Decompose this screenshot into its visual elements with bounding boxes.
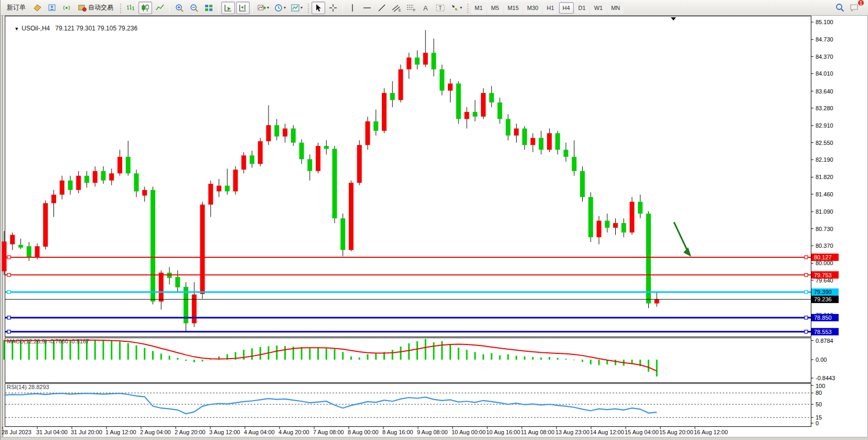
toolbar-grip[interactable]: [119, 3, 122, 13]
candle-bear: [18, 245, 23, 247]
channel-button[interactable]: E: [390, 2, 403, 14]
timeframe-h1-button[interactable]: H1: [543, 2, 558, 14]
time-tick-label: 15 Aug 04:00: [625, 429, 659, 435]
trendline-icon: [378, 4, 386, 12]
candle-bull: [481, 93, 486, 117]
line-anchor-handle[interactable]: [805, 256, 808, 259]
candle-bear: [506, 119, 510, 136]
horizontal-line-button[interactable]: [360, 2, 374, 14]
time-tick-label: 4 Aug 20:00: [278, 429, 309, 435]
candle-bear: [564, 150, 569, 157]
candle-bull: [613, 223, 618, 228]
auto-scroll-button[interactable]: [221, 2, 235, 14]
toolbar-grip[interactable]: [307, 3, 309, 13]
line-anchor-handle[interactable]: [7, 316, 10, 319]
timeframe-m1-button[interactable]: M1: [471, 2, 486, 14]
line-anchor-handle[interactable]: [7, 290, 10, 294]
crosshair-button[interactable]: [326, 2, 340, 14]
price-tick-label: 81.090: [816, 208, 833, 215]
candle-bull: [547, 133, 552, 150]
line-anchor-handle[interactable]: [7, 274, 10, 277]
candle-bull: [109, 173, 114, 181]
line-anchor-handle[interactable]: [805, 290, 808, 294]
rsi-indicator-label: RSI(14) 28.8293: [7, 384, 49, 390]
chevron-down-icon: ▾: [284, 5, 286, 10]
indicators-button[interactable]: ▾: [255, 2, 271, 14]
chart-canvas[interactable]: 85.10084.73084.37084.01083.64083.28082.9…: [1, 0, 868, 440]
chart-shift-button[interactable]: [236, 2, 250, 14]
timeframe-m30-button[interactable]: M30: [523, 2, 542, 14]
timeframe-bar: M1M5M15M30H1H4D1W1MN: [470, 2, 624, 14]
bar-chart-icon: [126, 4, 135, 12]
text-label-button[interactable]: T: [434, 2, 447, 14]
horizontal-line-icon: [363, 4, 371, 12]
periods-button[interactable]: ▾: [272, 2, 288, 14]
line-anchor-handle[interactable]: [7, 256, 10, 259]
quick-trade-toggle-icon[interactable]: ▼: [14, 26, 19, 32]
timeframe-mn-button[interactable]: MN: [607, 2, 624, 14]
macd-pane[interactable]: [5, 338, 811, 383]
price-tick-label: 80.000: [816, 260, 833, 266]
time-tick-label: 11 Aug 08:00: [521, 429, 554, 435]
timeframe-w1-button[interactable]: W1: [591, 2, 607, 14]
time-tick-label: 15 Aug 20:00: [659, 429, 693, 435]
line-anchor-handle[interactable]: [7, 330, 10, 333]
candle-bear: [250, 155, 254, 164]
time-tick-label: 7 Aug 08:00: [313, 429, 344, 435]
price-tick-label: 82.550: [816, 140, 833, 146]
candle-bear: [522, 129, 527, 145]
time-tick-label: 14 Aug 12:00: [590, 429, 624, 435]
price-tick-label: 80.370: [816, 243, 833, 249]
arrows-icon: [451, 4, 459, 12]
candle-bear: [605, 221, 609, 228]
candlestick-chart-button[interactable]: [138, 2, 152, 14]
trendline-button[interactable]: [375, 2, 389, 14]
chevron-down-icon: ▾: [301, 5, 303, 10]
vertical-line-button[interactable]: [346, 2, 359, 14]
arrows-button[interactable]: ▾: [448, 2, 464, 14]
price-tick-label: 83.280: [816, 105, 833, 111]
bar-chart-button[interactable]: [124, 2, 137, 14]
price-tick-label: 84.730: [816, 36, 833, 43]
notifications-button[interactable]: 1: [848, 2, 861, 14]
text-button[interactable]: A: [419, 2, 433, 14]
auto-scroll-icon: [224, 4, 232, 12]
autotrading-button[interactable]: 自动交易: [74, 2, 117, 14]
toolbar-grip[interactable]: [466, 3, 469, 13]
line-anchor-handle[interactable]: [805, 274, 808, 277]
candle-bear: [324, 146, 329, 149]
chart-title: ▼USOil-,H4 79.121 79.301 79.105 79.236: [7, 17, 137, 39]
candle-bear: [539, 138, 543, 150]
candle-bear: [646, 214, 651, 303]
cursor-button[interactable]: [312, 2, 325, 14]
new-order-button[interactable]: 新订单: [3, 2, 29, 14]
zoom-in-button[interactable]: [173, 2, 186, 14]
macd-tick-label: 0.8784: [816, 338, 833, 344]
search-button[interactable]: [833, 2, 846, 14]
macd-indicator-label: MACD(12,26,9) -0.7660 -0.5167: [7, 338, 89, 344]
candle-bull: [200, 205, 205, 294]
tile-windows-button[interactable]: [202, 2, 216, 14]
rsi-tick-label: 80: [816, 390, 822, 396]
time-tick-label: 28 Jul 2023: [2, 429, 31, 435]
line-anchor-handle[interactable]: [805, 316, 808, 319]
timeframe-m5-button[interactable]: M5: [487, 2, 502, 14]
line-anchor-handle[interactable]: [805, 330, 808, 333]
candle-bear: [299, 143, 304, 160]
timeframe-h4-button[interactable]: H4: [559, 2, 574, 14]
rsi-pane[interactable]: [5, 384, 811, 427]
fibonacci-button[interactable]: F: [404, 2, 418, 14]
templates-button[interactable]: ▾: [289, 2, 305, 14]
data-window-button[interactable]: [45, 2, 59, 14]
zoom-out-button[interactable]: [187, 2, 201, 14]
candle-bull: [283, 129, 287, 137]
tile-windows-icon: [205, 4, 213, 12]
line-chart-button[interactable]: [153, 2, 167, 14]
time-tick-label: 2 Aug 04:00: [140, 429, 171, 435]
svg-text:E: E: [399, 8, 401, 12]
timeframe-d1-button[interactable]: D1: [575, 2, 590, 14]
timeframe-m15-button[interactable]: M15: [504, 2, 522, 14]
profiles-button[interactable]: [30, 2, 44, 14]
price-tick-label: 80.730: [816, 226, 833, 232]
signals-button[interactable]: [60, 2, 73, 14]
